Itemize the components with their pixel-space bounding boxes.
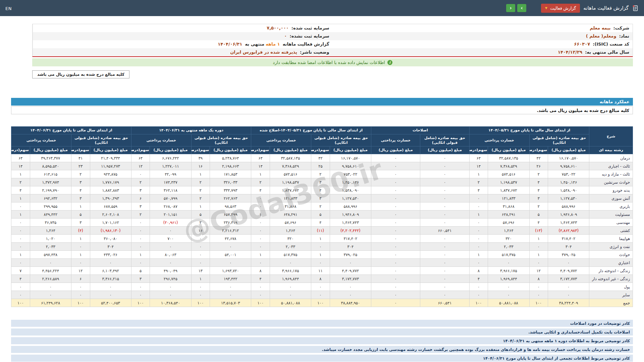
- table-row: کشتی(۴,۸۶۲,۹۸۳)(۱۳)۱,۲۶۴۰۶۶۰,۵۴۱۰(۴,۲۰۲,…: [11, 227, 633, 235]
- value-cell: ۴: [311, 186, 330, 194]
- value-cell: ۴۱: [71, 154, 90, 162]
- value-cell: ۵۱۷,۳۷۵: [270, 251, 311, 259]
- value-cell: ۰: [330, 283, 371, 291]
- value-cell: ۱۰۰: [131, 299, 150, 307]
- value-cell: ۱,۷۰۱,۱۶۲: [90, 219, 131, 227]
- value-cell: ۰: [371, 243, 420, 251]
- value-cell: ۶: [131, 194, 150, 202]
- value-cell: ۳۶۲,۱۱۸: [150, 186, 191, 194]
- value-cell: ۲,۲۱۶,۳۱۲: [210, 227, 251, 235]
- value-cell: ۲: [191, 178, 210, 186]
- info-label: نماد:: [619, 34, 629, 39]
- company-info-section: شرکت: بیمه معلم سرمایه ثبت شده: ۷,۵۰۰,۰۰…: [32, 24, 633, 57]
- value-cell: ۰: [311, 259, 330, 267]
- value-cell: ۰: [191, 235, 210, 243]
- value-cell: ۱۱,۹۵۷,۲۷۳: [90, 162, 131, 170]
- value-cell: ۱,۴۵۰,۱۴۶: [330, 178, 371, 186]
- value-cell: ۳۰۴: [548, 243, 589, 251]
- table-total-row: جمع۳۸,۲۲۴,۴۰۹۱۰۰۵۰,۸۸۱,۰۸۸۱۰۰۶۶۰,۵۴۱۰۳۸,…: [11, 299, 633, 307]
- value-cell: ۲۰۱,۱۵۱: [150, 210, 191, 219]
- value-cell: ۰: [251, 243, 270, 251]
- value-cell: ۰: [529, 283, 548, 291]
- value-cell: ۸: [469, 267, 488, 275]
- col-header-share: سهم(درصد): [251, 146, 270, 154]
- report-type-dropdown[interactable]: گزارش فعالیت ▼: [541, 4, 580, 13]
- info-value-highlight: ۱ ماهه: [266, 42, 280, 47]
- value-cell: ۵۷۲,۵۱۶: [488, 170, 529, 178]
- col-header-amount: مبلغ (میلیون ریال): [371, 146, 420, 154]
- value-cell: ۰: [90, 283, 131, 291]
- value-cell: ۰: [251, 259, 270, 267]
- info-value: ۱۴۰۴/۰۶/۳۱: [218, 42, 242, 47]
- col-subheader-premium: حق بیمه صادره (شامل قبولی اتکایی): [71, 134, 131, 146]
- col-subheader-premium: حق بیمه صادره (شامل قبولی اتکایی): [420, 134, 469, 146]
- value-cell: ۰: [270, 291, 311, 299]
- language-toggle[interactable]: EN: [5, 6, 12, 11]
- value-cell: ۰: [251, 283, 270, 291]
- value-cell: ۷۵۳,۰۲۲: [548, 170, 589, 178]
- col-header-insurance-line: رشته بیمه ای: [589, 146, 633, 154]
- value-cell: ۰: [420, 162, 469, 170]
- value-cell: ۵: [191, 210, 210, 219]
- value-cell: (۱,۹۸۶,۱۳۰): [90, 227, 131, 235]
- value-cell: ۰: [548, 283, 589, 291]
- info-icon: i: [387, 60, 392, 65]
- insurance-line-label: ثالث - مازاد و دیه: [589, 170, 633, 178]
- value-cell: ۴۲: [529, 154, 548, 162]
- value-cell: ۰: [469, 219, 488, 227]
- signature-match-banner: i اطلاعات نمایش داده شده با اطلاعات امضا…: [32, 58, 633, 66]
- nav-back-button[interactable]: ‹: [506, 4, 515, 12]
- value-cell: ۴۲,۰۹۹: [150, 170, 191, 178]
- value-cell: ۴: [529, 219, 548, 227]
- table-row: حوادث۳۷۹,۰۲۵۱۵۱۷,۳۷۵۱۰۰۳۷۹,۰۲۵۱۵۱۷,۳۷۵۱۵…: [11, 251, 633, 259]
- value-cell: (۱۱): [311, 227, 330, 235]
- table-row: ثالث - مازاد و دیه۷۵۳,۰۲۲۲۵۷۲,۵۱۶۱۰۰۷۵۳,…: [11, 170, 633, 178]
- value-cell: ۰: [371, 202, 420, 210]
- value-cell: ۱,۴۶۴,۷۴۳: [548, 219, 589, 227]
- value-cell: ۳۰۴: [90, 243, 131, 251]
- value-cell: ۴: [529, 186, 548, 194]
- value-cell: ۲,۱۹۸,۶۶۳: [210, 162, 251, 170]
- report-navigation: › ‹: [506, 4, 526, 12]
- units-subtitle: کلیه مبالغ درج شده به میلیون ریال می باش…: [11, 106, 633, 114]
- value-cell: ۰: [371, 170, 420, 178]
- value-cell: ۸۴۹,۴۴۲: [30, 210, 71, 219]
- info-unregistered-capital: سرمایه ثبت نشده: ۰: [33, 32, 333, 40]
- value-cell: ۰: [420, 154, 469, 162]
- unit-note-box: کلیه مبالغ درج شده به میلیون ریال می باش…: [32, 70, 129, 78]
- value-cell: ۰: [371, 291, 420, 299]
- value-cell: ۶۴: [11, 154, 30, 162]
- value-cell: ۱: [71, 235, 90, 243]
- value-cell: ۹۸,۵۶۳: [210, 202, 251, 210]
- info-isic-code: کد صنعت (ISIC): ۶۶۰۳۰۷: [333, 40, 633, 48]
- value-cell: ۱,۹۴۶,۸۰۹: [548, 210, 589, 219]
- value-cell: ۰: [469, 243, 488, 251]
- value-cell: ۰: [469, 283, 488, 291]
- value-cell: ۰: [251, 202, 270, 210]
- value-cell: ۰: [131, 283, 150, 291]
- info-issuer-status: وضعیت ناشر: پذیرفته شده در فرابورس ایران: [33, 48, 333, 56]
- notes-section: کادر توضیحات در مورد اصلاحات اصلاحات باب…: [11, 320, 633, 362]
- value-cell: ۰: [420, 210, 469, 219]
- value-cell: ۰: [150, 259, 191, 267]
- value-cell: ۴۹۰,۰۴۹: [150, 267, 191, 275]
- value-cell: ۰: [371, 267, 420, 275]
- nav-forward-button[interactable]: ›: [517, 4, 526, 12]
- value-cell: ۰: [420, 219, 469, 227]
- col-header-amount: مبلغ (میلیون ریال): [548, 146, 589, 154]
- value-cell: ۰: [371, 251, 420, 259]
- value-cell: ۰: [191, 283, 210, 291]
- value-cell: ۲۶۲,۷۶۳: [210, 194, 251, 202]
- performance-table-wrap: @Codal360.ir شرح از ابتدای سال مالی تا پ…: [11, 126, 633, 307]
- value-cell: ۱,۱۹۸,۵۳۷: [488, 178, 529, 186]
- value-cell: ۰: [131, 291, 150, 299]
- table-row: بدنه خودرو۱,۵۴۸,۰۹۰۴۱,۸۳۷,۶۷۲۴۰۰۱,۵۴۸,۰۹…: [11, 186, 633, 194]
- value-cell: ۶۸۷,۵۵۹: [90, 202, 131, 210]
- value-cell: ۰: [420, 267, 469, 275]
- value-cell: ۰: [11, 243, 30, 251]
- value-cell: ۰: [131, 170, 150, 178]
- insurance-line-label: آتش سوزی: [589, 194, 633, 202]
- info-label: سرمایه ثبت شده:: [291, 25, 329, 31]
- value-cell: ۰: [420, 202, 469, 210]
- value-cell: ۰: [30, 283, 71, 291]
